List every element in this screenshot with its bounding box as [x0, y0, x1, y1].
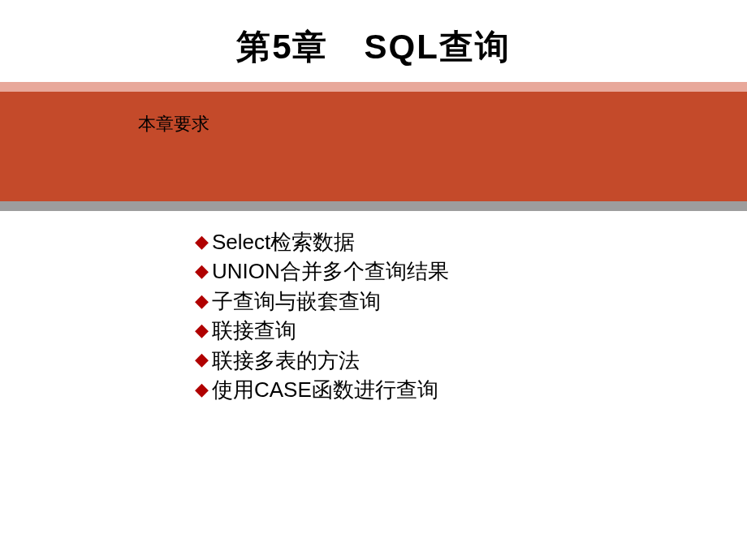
diamond-bullet-icon: ◆ — [195, 230, 209, 255]
list-item-text: 联接多表的方法 — [212, 346, 360, 375]
list-item-text: 子查询与嵌套查询 — [212, 286, 381, 316]
list-item: ◆ 联接多表的方法 — [195, 346, 747, 375]
diamond-bullet-icon: ◆ — [195, 259, 209, 284]
list-item: ◆ 子查询与嵌套查询 — [195, 286, 747, 316]
diamond-bullet-icon: ◆ — [195, 318, 209, 343]
diamond-bullet-icon: ◆ — [195, 377, 209, 403]
title-area: 第5章 SQL查询 — [0, 0, 747, 82]
diamond-bullet-icon: ◆ — [195, 347, 209, 373]
list-item-text: 联接查询 — [212, 316, 296, 345]
content-area: ◆ Select检索数据 ◆ UNION合并多个查询结果 ◆ 子查询与嵌套查询 … — [0, 211, 747, 404]
section-label: 本章要求 — [0, 92, 209, 136]
list-item: ◆ UNION合并多个查询结果 — [195, 256, 747, 286]
diamond-bullet-icon: ◆ — [195, 289, 209, 314]
chapter-title: 第5章 SQL查询 — [0, 24, 747, 70]
slide-container: 第5章 SQL查询 本章要求 ◆ Select检索数据 ◆ UNION合并多个查… — [0, 0, 747, 560]
list-item: ◆ 使用CASE函数进行查询 — [195, 375, 747, 404]
list-item-text: 使用CASE函数进行查询 — [212, 375, 438, 404]
divider-pink-band — [0, 82, 747, 92]
section-orange-band: 本章要求 — [0, 92, 747, 201]
list-item: ◆ 联接查询 — [195, 316, 747, 345]
bullet-list: ◆ Select检索数据 ◆ UNION合并多个查询结果 ◆ 子查询与嵌套查询 … — [195, 227, 747, 404]
list-item-text: UNION合并多个查询结果 — [212, 256, 449, 286]
list-item: ◆ Select检索数据 — [195, 227, 747, 256]
list-item-text: Select检索数据 — [212, 227, 355, 256]
divider-gray-band — [0, 201, 747, 211]
